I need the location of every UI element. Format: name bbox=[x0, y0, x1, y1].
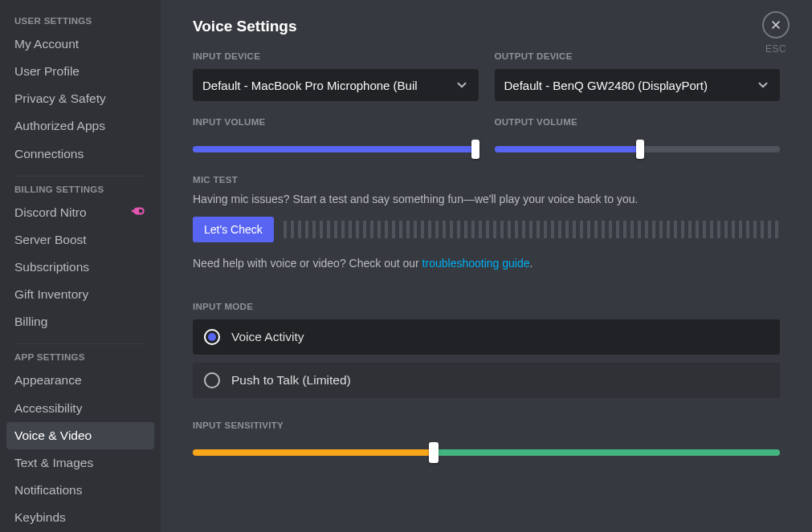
troubleshooting-link[interactable]: troubleshooting guide bbox=[422, 257, 530, 270]
input-sensitivity-slider[interactable] bbox=[193, 449, 780, 456]
slider-thumb[interactable] bbox=[429, 442, 439, 463]
section-header-billing: BILLING SETTINGS bbox=[6, 185, 154, 199]
input-device-label: INPUT DEVICE bbox=[193, 51, 479, 61]
settings-sidebar: USER SETTINGS My AccountUser ProfilePriv… bbox=[0, 0, 161, 532]
input-device-value: Default - MacBook Pro Microphone (Buil bbox=[202, 79, 418, 92]
sidebar-item-user-profile[interactable]: User Profile bbox=[6, 58, 154, 85]
mic-test-button[interactable]: Let's Check bbox=[193, 217, 274, 242]
output-device-value: Default - BenQ GW2480 (DisplayPort) bbox=[504, 79, 708, 92]
sidebar-item-keybinds[interactable]: Keybinds bbox=[6, 504, 154, 531]
sidebar-item-billing[interactable]: Billing bbox=[6, 308, 154, 335]
input-device-select[interactable]: Default - MacBook Pro Microphone (Buil bbox=[193, 69, 479, 101]
sidebar-item-subscriptions[interactable]: Subscriptions bbox=[6, 254, 154, 281]
sidebar-item-gift-inventory[interactable]: Gift Inventory bbox=[6, 281, 154, 308]
slider-thumb[interactable] bbox=[471, 140, 479, 159]
radio-icon bbox=[204, 329, 220, 345]
section-header-app: APP SETTINGS bbox=[6, 352, 154, 367]
sidebar-item-server-boost[interactable]: Server Boost bbox=[6, 226, 154, 254]
nitro-badge-icon bbox=[132, 205, 146, 221]
sidebar-item-my-account[interactable]: My Account bbox=[6, 30, 154, 58]
output-volume-slider[interactable] bbox=[495, 146, 781, 152]
sidebar-item-authorized-apps[interactable]: Authorized Apps bbox=[6, 112, 154, 140]
section-header-user: USER SETTINGS bbox=[6, 16, 154, 30]
sidebar-item-connections[interactable]: Connections bbox=[6, 140, 154, 168]
settings-content: ESC Voice Settings INPUT DEVICE Default … bbox=[161, 0, 812, 532]
input-mode-option[interactable]: Voice Activity bbox=[193, 319, 780, 355]
output-device-label: OUTPUT DEVICE bbox=[495, 51, 781, 61]
help-text: Need help with voice or video? Check out… bbox=[193, 257, 780, 270]
chevron-down-icon bbox=[455, 78, 469, 92]
chevron-down-icon bbox=[756, 78, 770, 92]
sidebar-item-discord-nitro[interactable]: Discord Nitro bbox=[6, 199, 154, 226]
close-label: ESC bbox=[762, 43, 790, 55]
mic-test-label: MIC TEST bbox=[193, 175, 780, 185]
input-volume-label: INPUT VOLUME bbox=[193, 117, 479, 127]
divider bbox=[14, 343, 146, 344]
output-device-select[interactable]: Default - BenQ GW2480 (DisplayPort) bbox=[495, 69, 781, 101]
input-sensitivity-label: INPUT SENSITIVITY bbox=[193, 420, 780, 430]
sidebar-item-notifications[interactable]: Notifications bbox=[6, 477, 154, 504]
mic-test-desc: Having mic issues? Start a test and say … bbox=[193, 193, 780, 205]
sidebar-item-privacy-safety[interactable]: Privacy & Safety bbox=[6, 85, 154, 112]
slider-thumb[interactable] bbox=[636, 140, 644, 159]
sidebar-item-voice-video[interactable]: Voice & Video bbox=[6, 422, 154, 449]
input-volume-slider[interactable] bbox=[193, 146, 479, 152]
input-mode-option[interactable]: Push to Talk (Limited) bbox=[193, 363, 780, 398]
page-title: Voice Settings bbox=[193, 18, 780, 35]
sidebar-item-appearance[interactable]: Appearance bbox=[6, 367, 154, 394]
sidebar-item-text-images[interactable]: Text & Images bbox=[6, 449, 154, 477]
mic-level-meter bbox=[284, 221, 780, 238]
input-mode-option-label: Voice Activity bbox=[231, 330, 304, 344]
radio-icon bbox=[204, 372, 220, 388]
divider bbox=[14, 176, 146, 177]
close-button[interactable] bbox=[762, 11, 790, 39]
output-volume-label: OUTPUT VOLUME bbox=[495, 117, 781, 127]
input-mode-option-label: Push to Talk (Limited) bbox=[231, 373, 351, 388]
svg-rect-0 bbox=[132, 209, 134, 212]
input-mode-label: INPUT MODE bbox=[193, 302, 780, 311]
close-icon bbox=[769, 18, 782, 31]
sidebar-item-accessibility[interactable]: Accessibility bbox=[6, 395, 154, 422]
